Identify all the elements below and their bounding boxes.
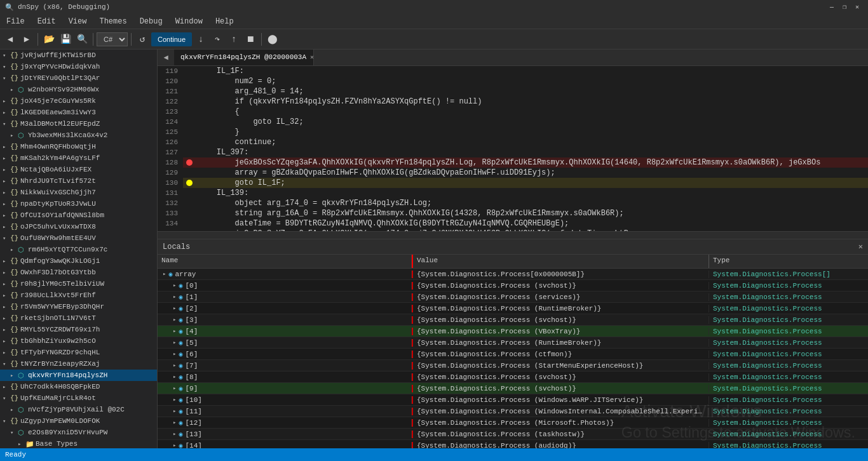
continue-button[interactable]: Continue [151,32,192,46]
sidebar-item-13[interactable]: ▸{}npaDtyKpTUoR3JVwLU [0,198,157,210]
sidebar-item-5[interactable]: ▸{}lKGED0Eaew3m3iVwY3 [0,107,157,118]
locals-icon-5: ◉ [179,328,182,335]
sidebar-item-14[interactable]: ▸{}OfCUIsOY1afdQNNSl8bm [0,210,157,221]
menu-debug[interactable]: Debug [133,14,169,29]
code-scrollbar-x[interactable] [158,231,868,239]
locals-row-5[interactable]: ▸ ◉ [4] {System.Diagnostics.Process (VBo… [158,326,868,337]
tab-scroll-left[interactable]: ◀ [158,50,174,65]
stop-debug[interactable]: ⏹ [243,32,258,47]
step-out[interactable]: ↑ [226,32,241,47]
sidebar-item-33[interactable]: ▾⬡e2OsB9YxniD5VrHvuPW [0,427,157,438]
locals-row-2[interactable]: ▸ ◉ [1] {System.Diagnostics.Process (ser… [158,291,868,303]
locals-row-8[interactable]: ▸ ◉ [7] {System.Diagnostics.Process (Sta… [158,360,868,371]
sidebar-item-15[interactable]: ▸{}oJPC5uhvLvUxxwTDX8 [0,221,157,232]
expand-arrow-2[interactable]: ▸ [173,293,176,300]
save-button[interactable]: 💾 [58,32,73,47]
sidebar-item-12[interactable]: ▸{}NikkWuiVxGSChGjjh7 [0,187,157,198]
back-button[interactable]: ◀ [3,32,18,47]
expand-arrow-13[interactable]: ▸ [173,419,176,426]
sidebar-item-9[interactable]: ▸{}mKSah2kYm4PA6gYsLFf [0,152,157,164]
expand-arrow-5[interactable]: ▸ [173,328,176,335]
sidebar-item-26[interactable]: ▸{}tFTybFYNGRZDr9chqHL [0,347,157,358]
locals-cell-value-15: {System.Diagnostics.Process (audiodg)} [412,442,709,449]
sidebar-item-20[interactable]: ▸{}r0h8jlYM0c5TelbiViUW [0,278,157,290]
expand-arrow-14[interactable]: ▸ [173,431,176,438]
sidebar-item-32[interactable]: ▾{}uZgypJYmPEWM0LDOFOK [0,415,157,427]
sidebar-item-11[interactable]: ▸{}NhrdJU9TcTLvif572t [0,175,157,187]
sidebar-item-3[interactable]: ▸⬡w2nboHYSv92HM06Wx [0,84,157,95]
sidebar-item-28[interactable]: ▸⬡qkxvRrYFn184pqlysZH [0,370,157,381]
expand-arrow-10[interactable]: ▸ [173,385,176,392]
sidebar-item-16[interactable]: ▾{}OufU8WYRw9hmtEE4UV [0,232,157,244]
sidebar-item-18[interactable]: ▸{}QdmfogY3wwQKJkLOGj1 [0,255,157,267]
locals-row-13[interactable]: ▸ ◉ [12] {System.Diagnostics.Process (Mi… [158,417,868,429]
sidebar-item-22[interactable]: ▸{}r5Vm5WYYWEFByp3DhQHr [0,301,157,312]
step-over[interactable]: ↷ [210,32,225,47]
sidebar-item-7[interactable]: ▸⬡Yb3wexMHs3lKcaGx4v2 [0,130,157,141]
locals-row-4[interactable]: ▸ ◉ [3] {System.Diagnostics.Process (svc… [158,314,868,326]
sidebar-item-1[interactable]: ▾{}j9xYqPYVcHDwidqkVah [0,61,157,72]
step-into[interactable]: ↓ [193,32,208,47]
sidebar-item-10[interactable]: ▸{}NctajQBoA6iUJxFEX [0,164,157,175]
expand-arrow-1[interactable]: ▸ [173,282,176,289]
expand-arrow-8[interactable]: ▸ [173,362,176,369]
menu-edit[interactable]: Edit [31,14,62,29]
locals-row-7[interactable]: ▸ ◉ [6] {System.Diagnostics.Process (ctf… [158,349,868,360]
menu-window[interactable]: Window [169,14,209,29]
sidebar-item-29[interactable]: ▸{}UhC7odkk4H0SQBFpkED [0,381,157,392]
sidebar-item-19[interactable]: ▸{}OWxhF3Dl7bOtG3Ytbb [0,267,157,278]
maximize-button[interactable]: ❐ [839,1,850,13]
sidebar-item-21[interactable]: ▸{}r398UcLlkXvt5FrEhf [0,290,157,301]
minimize-button[interactable]: — [826,1,837,13]
locals-row-14[interactable]: ▸ ◉ [13] {System.Diagnostics.Process (ta… [158,429,868,440]
expand-arrow-12[interactable]: ▸ [173,408,176,415]
sidebar-item-30[interactable]: ▾{}UpfKEuMaRjrCLkR4ot [0,392,157,404]
expand-arrow-9[interactable]: ▸ [173,373,176,380]
tab-active[interactable]: qkxvRrYFn184pqlysZH @02000003A ✕ [174,50,314,65]
locals-row-6[interactable]: ▸ ◉ [5] {System.Diagnostics.Process (Run… [158,337,868,349]
sidebar-item-27[interactable]: ▾{}tNYZrBYnZ1eapyRZXaj [0,358,157,370]
expand-arrow-15[interactable]: ▸ [173,442,176,448]
debug-restart[interactable]: ↺ [135,32,150,47]
sidebar-item-4[interactable]: ▸{}joX45je7eCGuYWs5Rk [0,95,157,107]
open-button[interactable]: 📂 [41,32,57,47]
locals-close-icon[interactable]: ✕ [858,242,863,251]
locals-row-9[interactable]: ▸ ◉ [8] {System.Diagnostics.Process (svc… [158,371,868,383]
sidebar-item-31[interactable]: ▸⬡nVcfZjYpP8VUhjXail @02C [0,404,157,415]
locals-row-15[interactable]: ▸ ◉ [14] {System.Diagnostics.Process (au… [158,440,868,448]
tab-close-icon[interactable]: ✕ [310,53,314,61]
locals-row-11[interactable]: ▸ ◉ [10] {System.Diagnostics.Process (Wi… [158,394,868,406]
sidebar-item-25[interactable]: ▸{}tbGhbhZiYux9w2h5cO [0,335,157,347]
expand-arrow-6[interactable]: ▸ [173,339,176,346]
menu-themes[interactable]: Themes [93,14,133,29]
search-button[interactable]: 🔍 [74,32,90,47]
menu-file[interactable]: File [0,14,31,29]
menu-help[interactable]: Help [209,14,240,29]
locals-row-12[interactable]: ▸ ◉ [11] {System.Diagnostics.Process (Wi… [158,406,868,417]
sidebar-item-23[interactable]: ▸{}rketSjbnOTL1N7V6tT [0,312,157,324]
locals-table[interactable]: Name Value Type ▸ ◉ array {System.Diagno… [158,255,868,448]
expand-arrow-0[interactable]: ▸ [163,271,166,277]
tree-arrow-28: ▸ [10,372,18,379]
locals-row-1[interactable]: ▸ ◉ [0] {System.Diagnostics.Process (svc… [158,280,868,291]
forward-button[interactable]: ▶ [19,32,34,47]
sidebar-item-0[interactable]: ▾{}jvRjwUffEjKTWi5rBD [0,50,157,61]
expand-arrow-7[interactable]: ▸ [173,351,176,357]
expand-arrow-11[interactable]: ▸ [173,396,176,403]
sidebar-item-24[interactable]: ▸{}RMYL55YCZRDWT69x17h [0,324,157,335]
close-button[interactable]: ✕ [851,1,863,13]
expand-arrow-4[interactable]: ▸ [173,316,176,323]
menu-view[interactable]: View [62,14,93,29]
locals-row-10[interactable]: ▸ ◉ [9] {System.Diagnostics.Process (svc… [158,383,868,394]
expand-arrow-3[interactable]: ▸ [173,305,176,312]
sidebar-item-34[interactable]: ▸📁Base Types [0,438,157,448]
locals-row-3[interactable]: ▸ ◉ [2] {System.Diagnostics.Process (Run… [158,303,868,314]
locals-row-0[interactable]: ▸ ◉ array {System.Diagnostics.Process[0x… [158,269,868,280]
sidebar-item-8[interactable]: ▸{}Mhm4OwnRQFHboWqtjH [0,141,157,152]
toggle-bp[interactable]: ⬤ [265,32,280,47]
code-view[interactable]: 119 IL_1F: 120 num2 = 0; 121 arg_481_0 =… [158,66,868,231]
sidebar-item-17[interactable]: ▸⬡rm6H5xYtQT7CCun9x7c [0,244,157,255]
language-selector[interactable]: C# [97,32,128,46]
sidebar-item-2[interactable]: ▾{}jDtYREYu0QbtlPt3QAr [0,72,157,84]
sidebar-item-6[interactable]: ▾{}M3alDBMotMl2EUFEpdZ [0,118,157,130]
